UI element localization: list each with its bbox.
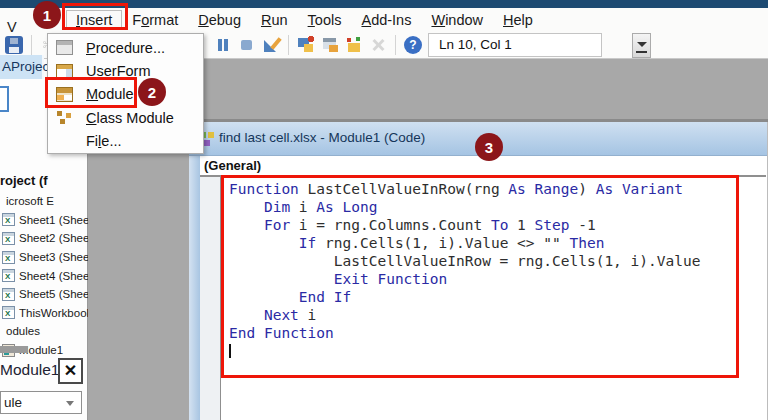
line-column-indicator: Ln 10, Col 1	[428, 33, 602, 57]
workbook-icon	[2, 306, 15, 319]
properties-object-combo[interactable]: ule	[0, 391, 82, 414]
code-line: For i = rng.Columns.Count To 1 Step -1	[229, 216, 700, 234]
tree-item-label: Sheet3 (Shee	[19, 251, 88, 263]
sheet-icon	[2, 288, 15, 301]
toolbar-separator	[395, 35, 396, 55]
menu-item-tools[interactable]: Tools	[298, 10, 352, 30]
sheet-icon	[2, 269, 15, 282]
toolbar-mid-group	[214, 35, 422, 55]
insert-menu-item-label: File...	[86, 133, 121, 149]
sheet-icon	[2, 251, 15, 264]
insert-menu-item-procedure[interactable]: Procedure...	[48, 36, 203, 59]
code-line: LastCellValueInRow = rng.Cells(1, i).Val…	[229, 252, 700, 270]
window-titlebar-strip	[0, 0, 768, 8]
object-browser-icon[interactable]	[345, 36, 363, 54]
insert-menu-item-class-module[interactable]: Class Module	[48, 106, 203, 129]
menu-item-insert[interactable]: Insert	[66, 10, 122, 30]
horizontal-scrollbar-thumb[interactable]	[0, 346, 28, 353]
mdi-background-left	[88, 122, 189, 420]
code-window-left-border	[189, 156, 200, 420]
insert-menu-item-label: Class Module	[86, 110, 174, 126]
code-window: find last cell.xlsx - Module1 (Code) (Ge…	[189, 122, 768, 420]
text-caret	[229, 344, 231, 358]
menu-item-debug[interactable]: Debug	[188, 10, 251, 30]
sheet-icon	[2, 213, 15, 226]
code-pane[interactable]: Function LastCellValueInRow(rng As Range…	[200, 177, 766, 420]
stop-icon[interactable]	[238, 36, 256, 54]
project-tree-item-sheet4-shee[interactable]: Sheet4 (Shee	[0, 266, 88, 285]
code-line: If rng.Cells(1, i).Value <> "" Then	[229, 234, 700, 252]
insert-menu-item-label: UserForm	[86, 63, 150, 79]
menu-item-run[interactable]: Run	[251, 10, 298, 30]
project-tree-item-icrosoft-e[interactable]: icrosoft E	[0, 192, 88, 211]
close-icon[interactable]: ✕	[58, 358, 83, 384]
tree-item-label: Sheet2 (Shee	[19, 232, 88, 244]
code-line: Function LastCellValueInRow(rng As Range…	[229, 180, 700, 198]
step-2-badge: 2	[138, 78, 166, 106]
code-window-title: find last cell.xlsx - Module1 (Code)	[219, 130, 425, 145]
toolbar-overflow-icon[interactable]	[632, 33, 651, 58]
menubar: V InsertFormatDebugRunToolsAdd-InsWindow…	[0, 8, 768, 32]
code-line: Dim i As Long	[229, 198, 700, 216]
properties-panel-title: Module1	[0, 361, 59, 379]
tree-item-label: icrosoft E	[6, 195, 54, 207]
tree-item-label: Sheet5 (Shee	[19, 288, 88, 300]
insert-menu-item-label: Procedure...	[86, 40, 165, 56]
help-icon[interactable]	[404, 36, 422, 54]
userform-icon	[56, 64, 73, 79]
code-line: End Function	[229, 324, 700, 342]
tree-item-label: odules	[6, 325, 40, 337]
code-line	[229, 342, 700, 360]
panel-small-box	[0, 86, 9, 112]
margin-indicator-bar	[200, 177, 221, 420]
tree-item-label: Sheet1 (Shee	[19, 214, 88, 226]
insert-menu-item-label: Module	[86, 86, 134, 102]
save-icon[interactable]	[5, 36, 23, 54]
insert-menu-item-userform[interactable]: UserForm	[48, 59, 203, 82]
tree-item-label: ThisWorkbook	[19, 307, 88, 319]
toolbar-separator	[31, 35, 32, 55]
project-panel-title: roject (f	[0, 173, 48, 188]
properties-window-icon[interactable]	[321, 36, 339, 54]
pause-icon[interactable]	[214, 36, 232, 54]
menu-item-help[interactable]: Help	[493, 10, 543, 30]
menu-item-window[interactable]: Window	[421, 10, 493, 30]
code-line: Next i	[229, 306, 700, 324]
project-tree-item-sheet1-shee[interactable]: Sheet1 (Shee	[0, 211, 88, 230]
code-lines: Function LastCellValueInRow(rng As Range…	[229, 180, 700, 360]
vba-project-combo[interactable]: AProject	[0, 55, 44, 79]
toolbar-separator	[288, 35, 289, 55]
code-line: Exit Function	[229, 270, 700, 288]
sheet-icon	[2, 232, 15, 245]
project-tree-item-sheet3-shee[interactable]: Sheet3 (Shee	[0, 248, 88, 267]
tree-item-label: Sheet4 (Shee	[19, 270, 88, 282]
project-tree-item-sheet5-shee[interactable]: Sheet5 (Shee	[0, 285, 88, 304]
insert-menu-item-file[interactable]: File...	[48, 130, 203, 153]
no-icon	[56, 134, 73, 149]
design-mode-icon[interactable]	[262, 36, 280, 54]
insert-dropdown-menu: Procedure...UserFormModuleClass ModuleFi…	[47, 33, 204, 154]
project-tree-item-thisworkbook[interactable]: ThisWorkbook	[0, 304, 88, 323]
step-1-badge: 1	[33, 1, 61, 29]
menu-item-add-ins[interactable]: Add-Ins	[351, 10, 421, 30]
procedure-icon	[56, 40, 73, 55]
class-module-icon	[56, 110, 73, 125]
properties-combo-value: ule	[4, 395, 22, 410]
module-icon	[56, 87, 73, 102]
code-line: End If	[229, 288, 700, 306]
insert-menu-item-module[interactable]: Module	[48, 83, 203, 106]
project-tree-item-odules[interactable]: odules	[0, 322, 88, 341]
toolbox-icon	[369, 36, 387, 54]
menubar-items: InsertFormatDebugRunToolsAdd-InsWindowHe…	[66, 10, 543, 30]
project-tree: icrosoft ESheet1 (SheeSheet2 (SheeSheet3…	[0, 192, 88, 359]
project-explorer-icon[interactable]	[297, 36, 315, 54]
project-tree-item-sheet2-shee[interactable]: Sheet2 (Shee	[0, 229, 88, 248]
menu-item-format[interactable]: Format	[122, 10, 188, 30]
chevron-down-icon	[66, 401, 74, 406]
step-3-badge: 3	[475, 133, 503, 161]
